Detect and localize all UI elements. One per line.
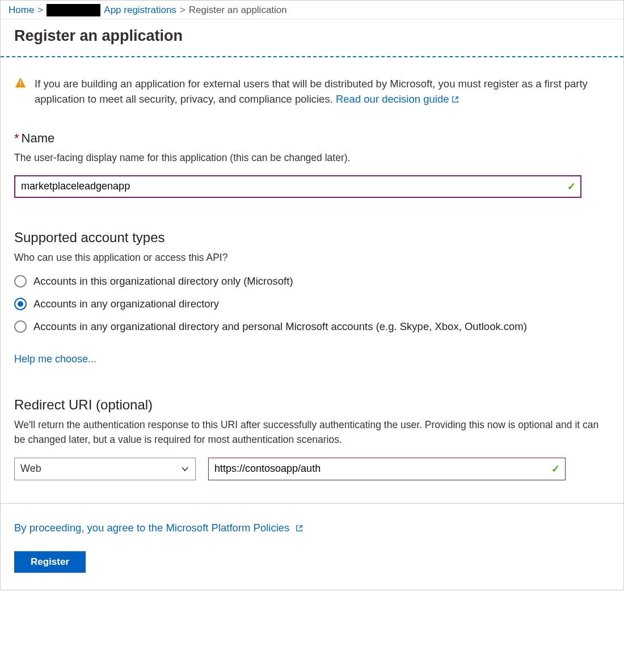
svg-rect-1 — [20, 85, 21, 86]
notice-text: If you are building an application for e… — [35, 77, 610, 108]
redirect-uri-heading: Redirect URI (optional) — [14, 397, 610, 413]
account-type-option[interactable]: Accounts in any organizational directory… — [14, 320, 610, 333]
required-indicator: * — [14, 131, 19, 145]
breadcrumb: Home > App registrations > Register an a… — [1, 1, 623, 19]
account-type-option[interactable]: Accounts in any organizational directory — [14, 298, 610, 310]
name-description: The user-facing display name for this ap… — [14, 150, 610, 165]
redirect-type-value: Web — [20, 463, 41, 475]
radio-icon — [14, 320, 27, 333]
radio-icon — [14, 275, 27, 288]
account-types-description: Who can use this application or access t… — [14, 250, 610, 265]
name-label: *Name — [14, 131, 610, 146]
account-types-heading: Supported account types — [14, 230, 610, 246]
redirect-uri-input[interactable] — [208, 458, 566, 480]
first-party-notice: If you are building an application for e… — [14, 77, 610, 108]
breadcrumb-separator: > — [180, 5, 185, 16]
page-title: Register an application — [14, 27, 610, 45]
warning-icon — [14, 77, 27, 89]
radio-label: Accounts in any organizational directory — [33, 298, 219, 310]
chevron-down-icon — [180, 464, 189, 474]
radio-label: Accounts in any organizational directory… — [33, 320, 527, 333]
radio-icon — [14, 298, 27, 310]
account-type-option[interactable]: Accounts in this organizational director… — [14, 275, 610, 288]
breadcrumb-redacted — [47, 4, 100, 16]
help-me-choose-link[interactable]: Help me choose... — [14, 353, 96, 365]
radio-label: Accounts in this organizational director… — [33, 275, 293, 288]
breadcrumb-current: Register an application — [189, 5, 287, 16]
check-icon: ✓ — [567, 180, 576, 193]
account-types-radio-group: Accounts in this organizational director… — [14, 275, 610, 333]
register-button[interactable]: Register — [14, 551, 86, 573]
platform-policies-link[interactable]: By proceeding, you agree to the Microsof… — [14, 522, 303, 534]
app-name-input[interactable] — [14, 175, 581, 198]
breadcrumb-separator: > — [37, 5, 43, 16]
redirect-uri-description: We'll return the authentication response… — [14, 417, 610, 447]
svg-rect-0 — [20, 81, 21, 84]
breadcrumb-app-registrations[interactable]: App registrations — [104, 5, 176, 16]
external-link-icon — [451, 93, 459, 108]
breadcrumb-home[interactable]: Home — [9, 5, 34, 16]
redirect-type-select[interactable]: Web — [14, 458, 196, 480]
decision-guide-link[interactable]: Read our decision guide — [336, 93, 460, 105]
external-link-icon — [295, 523, 303, 535]
check-icon: ✓ — [551, 463, 560, 475]
